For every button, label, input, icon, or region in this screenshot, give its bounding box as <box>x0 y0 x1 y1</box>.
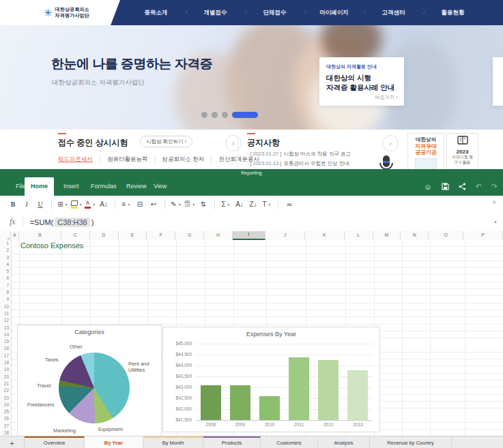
redo-icon[interactable]: ↷ <box>491 182 498 191</box>
promo-box-public-institution[interactable]: 대한상의 자격우대 공공기관 <box>407 133 444 174</box>
sheet-title-cell[interactable]: Contoso Expenses <box>20 241 83 250</box>
sheet-tab-customers[interactable]: Customers <box>261 436 318 448</box>
share-icon[interactable] <box>459 183 466 190</box>
column-header-L[interactable]: L <box>345 231 373 240</box>
column-header-H[interactable]: H <box>204 231 233 240</box>
row-header-1[interactable]: 1 <box>0 240 11 247</box>
check-exam-site-button[interactable]: 시험장 확인하기 › <box>140 136 192 147</box>
add-sheet-button[interactable]: + <box>0 436 25 448</box>
column-header-K[interactable]: K <box>305 231 345 240</box>
row-header-18[interactable]: 18 <box>0 359 11 366</box>
formula-range-chip[interactable]: C38:H38 <box>55 218 89 227</box>
find-button[interactable]: ∞ <box>283 198 296 211</box>
undo-icon[interactable]: ↶ <box>476 182 482 191</box>
fill-color-button[interactable]: ▼ <box>70 198 83 211</box>
bold-button[interactable]: B <box>7 198 19 211</box>
column-header-N[interactable]: N <box>401 231 429 240</box>
sheet-tab-revenue-by-country[interactable]: Revenue by Country <box>370 436 452 448</box>
row-header-24[interactable]: 24 <box>0 402 11 408</box>
formula-bar[interactable]: fx =SUM( C38:H38 ) ▼ <box>0 213 503 232</box>
filter-button[interactable]: T▼ <box>261 198 273 211</box>
excel-title-bar[interactable]: Reporting <box>0 169 503 177</box>
row-header-23[interactable]: 23 <box>0 395 11 402</box>
carousel-dot[interactable] <box>201 112 207 118</box>
font-size-button[interactable]: A↕ <box>98 198 110 211</box>
bar-2012[interactable] <box>318 360 339 420</box>
notice-item[interactable]: · [ 2023.01.27 ]시험장 마스크 착용 적극 권고 <box>247 151 351 158</box>
borders-button[interactable]: ⊞▼ <box>57 198 69 211</box>
number-format-button[interactable]: ABC 123▼ <box>184 198 196 211</box>
align-button[interactable]: ≡▼ <box>120 198 132 211</box>
collapse-ribbon-icon[interactable]: ∧ <box>492 199 496 205</box>
row-header-2[interactable]: 2 <box>0 247 11 254</box>
ribbon-tab-view[interactable]: View <box>147 177 173 196</box>
row-header-10[interactable]: 10 <box>0 303 11 310</box>
happy-face-icon[interactable]: ☺ <box>424 183 431 191</box>
italic-button[interactable]: I <box>20 198 33 211</box>
bar-2011[interactable] <box>289 357 309 420</box>
column-header-P[interactable]: P <box>463 231 503 240</box>
ribbon-tab-insert[interactable]: Insert <box>57 177 85 196</box>
sheet-tab-by-year[interactable]: By Year <box>85 436 143 448</box>
wrap-text-button[interactable]: ↩ <box>147 198 160 211</box>
site-logo[interactable]: ✳ 대한상공회의소자격평가사업단 <box>41 0 120 25</box>
ribbon-tab-formulas[interactable]: Formulas <box>85 177 123 196</box>
exam-subject-link[interactable]: 컴퓨터활용능력 <box>100 155 156 164</box>
nav-item-4[interactable]: 마이페이지 <box>304 9 364 17</box>
exam-section-arrow-button[interactable]: › <box>225 135 242 151</box>
bar-2010[interactable] <box>259 396 280 420</box>
notice-item[interactable]: · [ 2023.01.13 ]유통관리사 수험료 인상 안내 <box>247 160 349 167</box>
column-header-M[interactable]: M <box>373 231 401 240</box>
sort-ascending-button[interactable]: A↓ <box>233 198 246 211</box>
underline-button[interactable]: U <box>34 198 46 211</box>
row-header-19[interactable]: 19 <box>0 366 11 373</box>
bar-2013[interactable] <box>347 370 368 420</box>
column-header-I[interactable]: I <box>233 231 265 240</box>
autosum-button[interactable]: Σ▼ <box>220 198 232 211</box>
row-header-17[interactable]: 17 <box>0 353 11 359</box>
bar-2009[interactable] <box>230 385 250 420</box>
carousel-dot[interactable] <box>222 112 228 118</box>
column-header-E[interactable]: E <box>119 231 147 240</box>
row-header-26[interactable]: 26 <box>0 415 11 422</box>
row-header-4[interactable]: 4 <box>0 261 11 268</box>
sheet-tab-overview[interactable]: Overview <box>25 436 85 448</box>
row-header-3[interactable]: 3 <box>0 254 11 261</box>
column-header-F[interactable]: F <box>147 231 175 240</box>
spreadsheet-grid[interactable]: 1234567891011121314151617181920212223242… <box>0 240 503 436</box>
column-header-C[interactable]: C <box>61 231 90 240</box>
sheet-tab-products[interactable]: Products <box>203 436 261 448</box>
nav-item-3[interactable]: 단체접수 <box>245 9 304 17</box>
row-header-20[interactable]: 20 <box>0 374 11 380</box>
row-header-11[interactable]: 11 <box>0 310 11 317</box>
column-header-D[interactable]: D <box>90 231 119 240</box>
row-header-13[interactable]: 13 <box>0 325 11 331</box>
sort-descending-button[interactable]: Z↓ <box>247 198 259 211</box>
row-header-5[interactable]: 5 <box>0 268 11 275</box>
row-header-21[interactable]: 21 <box>0 380 11 387</box>
exam-subject-link[interactable]: 워드프로세서 <box>58 155 100 164</box>
row-header-7[interactable]: 7 <box>0 282 11 289</box>
bar-chart[interactable]: Expenses By Year $45,000$44,500$44,000$4… <box>162 327 380 432</box>
exam-subject-link[interactable]: 상공회의소 한자 <box>156 155 212 164</box>
promo-card-link[interactable]: 바로가기 › <box>375 94 397 101</box>
merge-cells-button[interactable]: ⊟ <box>134 198 146 211</box>
row-header-9[interactable]: 9 <box>0 296 11 303</box>
sheet-tab-by-month[interactable]: By Month <box>143 436 203 448</box>
column-header-J[interactable]: J <box>265 231 305 240</box>
promo-box-2023-guide[interactable]: 2023 자격시험 및 우수활용 <box>446 133 478 174</box>
row-header-22[interactable]: 22 <box>0 387 11 394</box>
row-header-15[interactable]: 15 <box>0 338 11 345</box>
nav-item-2[interactable]: 개별접수 <box>186 9 245 17</box>
column-header-B[interactable]: B <box>19 231 61 240</box>
select-all-corner[interactable] <box>0 231 11 240</box>
row-header-27[interactable]: 27 <box>0 423 11 430</box>
carousel-dot[interactable] <box>212 112 218 118</box>
hero-promo-card[interactable]: 대한상의 자격활용 안내 대한상의 시행 자격증 활용사례 안내 바로가기 › <box>319 57 404 106</box>
row-header-14[interactable]: 14 <box>0 331 11 338</box>
row-header-8[interactable]: 8 <box>0 289 11 296</box>
row-header-25[interactable]: 25 <box>0 408 11 415</box>
cell-style-button[interactable]: ✎▼ <box>170 198 182 211</box>
pie-chart[interactable]: Categories Rent and UtilitiesEquipmentMa… <box>17 325 162 436</box>
font-color-button[interactable]: A▼ <box>84 198 96 211</box>
